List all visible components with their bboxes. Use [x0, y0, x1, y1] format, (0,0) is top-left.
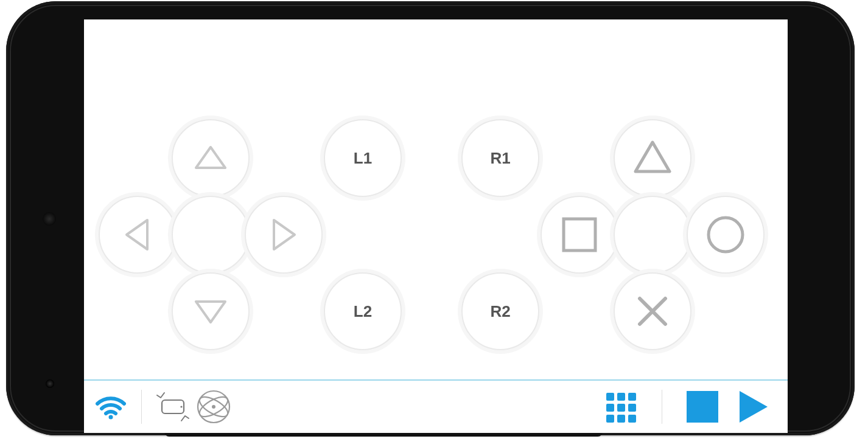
triangle-right-icon	[264, 215, 303, 254]
square-icon	[559, 214, 600, 255]
phone-speaker	[43, 212, 56, 226]
device-mockup: L1 R1 L2 R2	[0, 0, 868, 438]
dpad-right-button[interactable]	[245, 196, 323, 274]
toolbar-left	[84, 387, 233, 426]
circle-button[interactable]	[687, 196, 765, 274]
r1-button[interactable]: R1	[461, 119, 539, 197]
triangle-icon	[631, 136, 674, 180]
stop-icon[interactable]	[683, 387, 722, 426]
cross-button[interactable]	[614, 272, 691, 350]
svg-point-1	[709, 218, 743, 252]
svg-rect-15	[606, 415, 614, 423]
triangle-button[interactable]	[614, 119, 691, 197]
toolbar-right	[602, 387, 788, 426]
svg-rect-12	[606, 404, 614, 412]
dpad-up-button[interactable]	[172, 119, 250, 197]
svg-point-2	[109, 415, 113, 420]
svg-rect-9	[606, 393, 614, 401]
dpad-left-button[interactable]	[99, 196, 177, 274]
phone-camera	[46, 379, 54, 388]
triangle-left-icon	[118, 215, 157, 254]
svg-rect-10	[617, 393, 625, 401]
triangle-up-icon	[191, 139, 230, 178]
svg-rect-17	[628, 415, 636, 423]
face-center-button[interactable]	[614, 196, 691, 274]
r2-button[interactable]: R2	[461, 272, 539, 350]
gamepad-area: L1 R1 L2 R2	[84, 19, 788, 379]
svg-rect-14	[628, 404, 636, 412]
svg-rect-13	[617, 404, 625, 412]
toolbar-divider	[141, 390, 142, 424]
r2-label: R2	[490, 302, 510, 321]
grid-apps-icon[interactable]	[602, 387, 641, 426]
square-button[interactable]	[541, 196, 618, 274]
toolbar-divider	[662, 390, 662, 424]
cross-icon	[632, 291, 673, 331]
svg-rect-16	[617, 415, 625, 423]
svg-rect-18	[687, 391, 718, 423]
l2-button[interactable]: L2	[324, 272, 402, 350]
r1-label: R1	[490, 149, 510, 168]
l1-button[interactable]: L1	[324, 119, 402, 197]
svg-rect-11	[628, 393, 636, 401]
l2-label: L2	[354, 302, 372, 321]
rotate-icon[interactable]	[153, 387, 192, 426]
dpad-center-button[interactable]	[172, 196, 250, 274]
svg-point-4	[180, 406, 182, 407]
screen: L1 R1 L2 R2	[84, 19, 788, 433]
sensor-atom-icon[interactable]	[194, 387, 233, 426]
dpad-down-button[interactable]	[172, 272, 250, 350]
svg-rect-0	[564, 219, 595, 251]
wifi-icon[interactable]	[91, 387, 130, 426]
svg-point-8	[212, 405, 215, 409]
l1-label: L1	[354, 149, 372, 168]
phone-body: L1 R1 L2 R2	[6, 1, 855, 435]
toolbar	[84, 379, 788, 433]
triangle-down-icon	[191, 292, 230, 331]
play-icon[interactable]	[734, 387, 773, 426]
circle-icon	[704, 213, 747, 257]
